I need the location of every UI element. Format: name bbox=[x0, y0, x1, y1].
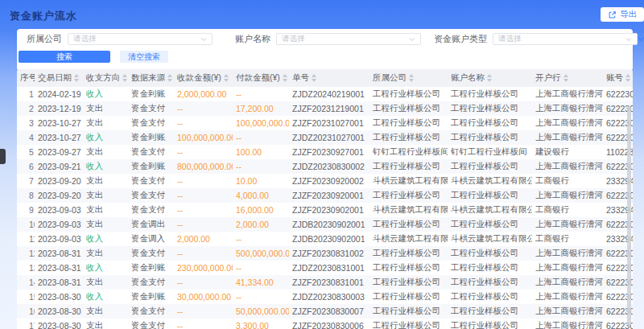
sort-icon[interactable] bbox=[564, 74, 568, 82]
cell-trade-date: 2023-09-27 bbox=[35, 145, 83, 159]
cell-doc-no: ZJDZ20230831001 bbox=[289, 261, 369, 275]
sort-icon[interactable] bbox=[625, 74, 630, 82]
sort-icon[interactable] bbox=[487, 74, 492, 82]
cell-account-name: 斗栱云建筑工程有限公司 bbox=[448, 174, 532, 188]
cell-company: 斗栱云建筑工程有限公司 bbox=[369, 232, 448, 246]
company-select[interactable]: 请选择 bbox=[68, 33, 213, 45]
cell-doc-no: ZJZF20230831002 bbox=[289, 246, 369, 261]
cell-trade-date: 2023-08-30 bbox=[35, 290, 83, 304]
col-direction[interactable]: 收支方向 bbox=[83, 69, 128, 87]
cell-trade-date: 2023-08-30 bbox=[35, 319, 83, 329]
page-title: 资金账户流水 bbox=[10, 9, 77, 23]
sort-icon[interactable] bbox=[312, 74, 316, 82]
cell-pay-amount: 10.00 bbox=[233, 174, 289, 188]
cell-trade-date: 2023-08-31 bbox=[35, 275, 83, 290]
filter-panel: 所属公司 请选择 账户名称 请选择 资金账户类型 请选择 bbox=[17, 29, 633, 71]
table-row: 92023-09-03支出资金支付--16,000.00ZJZF20230902… bbox=[17, 203, 633, 217]
cell-source: 资金到账 bbox=[128, 261, 174, 275]
sort-icon[interactable] bbox=[224, 74, 229, 82]
cell-bank: 上海工商银行漕河泾支行 bbox=[532, 217, 603, 232]
cell-account-name: 工程行业样板公司 bbox=[448, 188, 532, 203]
cell-source: 资金支付 bbox=[128, 246, 174, 261]
cell-receive-amount: -- bbox=[174, 275, 233, 290]
cell-account-name: 工程行业样板公司 bbox=[448, 101, 532, 116]
cell-trade-date: 2023-09-21 bbox=[35, 159, 83, 174]
col-source-label: 数据来源 bbox=[131, 72, 165, 82]
cell-pay-amount: 100,000,000.00 bbox=[233, 116, 289, 130]
col-pay-amount[interactable]: 付款金额(¥) bbox=[233, 69, 289, 87]
cell-account-name: 工程行业样板公司 bbox=[448, 130, 532, 145]
cell-direction: 支出 bbox=[83, 275, 128, 290]
cell-account-name: 斗栱云建筑工程有限公司 bbox=[448, 232, 532, 246]
flow-table: 序号交易日期收支方向数据来源收款金额(¥)付款金额(¥)单号所属公司账户名称开户… bbox=[17, 69, 633, 329]
left-edge-handle[interactable] bbox=[0, 149, 6, 164]
cell-trade-date: 2023-09-03 bbox=[35, 203, 83, 217]
cell-company: 工程行业样板公司 bbox=[369, 275, 448, 290]
cell-direction: 支出 bbox=[83, 304, 128, 319]
cell-doc-no: ZJDZ20240219001 bbox=[289, 87, 369, 101]
table-row: 152023-08-30收入资金到账30,000,000.00--ZJDZ202… bbox=[17, 290, 633, 304]
cell-source: 资金到账 bbox=[128, 87, 174, 101]
col-account-no[interactable]: 账号 bbox=[603, 69, 633, 87]
cell-trade-date: 2023-08-30 bbox=[35, 304, 83, 319]
cell-pay-amount: -- bbox=[233, 159, 289, 174]
cell-source: 资金调入 bbox=[128, 232, 174, 246]
cell-bank: 上海工商银行漕河泾支行 bbox=[532, 188, 603, 203]
col-receive-amount[interactable]: 收款金额(¥) bbox=[174, 69, 233, 87]
cell-index: 15 bbox=[17, 290, 35, 304]
cell-bank: 工商银行 bbox=[532, 203, 603, 217]
cell-receive-amount: -- bbox=[174, 246, 233, 261]
col-source[interactable]: 数据来源 bbox=[128, 69, 174, 87]
table-row: 112023-09-03收入资金调入2,000.00--ZJDB20230902… bbox=[17, 232, 633, 246]
cell-index: 9 bbox=[17, 203, 35, 217]
export-button[interactable]: 导出 bbox=[601, 7, 644, 22]
table-row: 12024-02-19收入资金到账2,000,000.00--ZJDZ20240… bbox=[17, 87, 633, 101]
cell-doc-no: ZJDB20230902001 bbox=[289, 232, 369, 246]
col-bank[interactable]: 开户行 bbox=[532, 69, 603, 87]
cell-index: 8 bbox=[17, 188, 35, 203]
cell-source: 资金支付 bbox=[128, 145, 174, 159]
cell-trade-date: 2023-10-27 bbox=[35, 116, 83, 130]
sort-icon[interactable] bbox=[409, 74, 414, 82]
chevron-down-icon bbox=[638, 35, 644, 43]
cell-receive-amount: -- bbox=[174, 174, 233, 188]
cell-bank: 上海工商银行漕河泾支行 bbox=[532, 130, 603, 145]
cell-pay-amount: -- bbox=[233, 130, 289, 145]
cell-direction: 支出 bbox=[83, 246, 128, 261]
cell-direction: 收入 bbox=[83, 290, 128, 304]
cell-pay-amount: 2,000.00 bbox=[233, 217, 289, 232]
col-trade-date[interactable]: 交易日期 bbox=[35, 69, 83, 87]
table-row: 62023-09-21收入资金到账800,000,000.00--ZJDZ202… bbox=[17, 159, 633, 174]
cell-direction: 收入 bbox=[83, 130, 128, 145]
cell-bank: 建设银行 bbox=[532, 145, 603, 159]
table-scrollbar[interactable] bbox=[627, 106, 631, 326]
cell-receive-amount: 2,000,000.00 bbox=[174, 87, 233, 101]
cell-pay-amount: -- bbox=[233, 87, 289, 101]
cell-bank: 上海工商银行漕河泾支行 bbox=[532, 304, 603, 319]
cell-trade-date: 2023-12-19 bbox=[35, 101, 83, 116]
sort-icon[interactable] bbox=[122, 74, 127, 82]
cell-direction: 收入 bbox=[83, 232, 128, 246]
cell-index: 16 bbox=[17, 304, 35, 319]
account-name-select[interactable]: 请选择 bbox=[276, 33, 421, 45]
cell-company: 工程行业样板公司 bbox=[369, 246, 448, 261]
account-type-select[interactable]: 请选择 bbox=[493, 33, 638, 45]
col-receive-amount-label: 收款金额(¥) bbox=[177, 72, 221, 82]
col-company[interactable]: 所属公司 bbox=[369, 69, 448, 87]
col-account-no-label: 账号 bbox=[606, 72, 623, 82]
export-icon bbox=[608, 10, 617, 19]
sort-icon[interactable] bbox=[167, 74, 172, 82]
col-doc-no[interactable]: 单号 bbox=[289, 69, 369, 87]
cell-pay-amount: 100.00 bbox=[233, 145, 289, 159]
cell-bank: 上海工商银行漕河泾支行 bbox=[532, 101, 603, 116]
cell-pay-amount: -- bbox=[233, 290, 289, 304]
clear-search-button[interactable]: 清空搜索 bbox=[120, 51, 168, 63]
col-account-name[interactable]: 账户名称 bbox=[448, 69, 532, 87]
cell-account-name: 工程行业样板公司 bbox=[448, 319, 532, 329]
sort-icon[interactable] bbox=[74, 74, 79, 82]
filter-account-name-group: 账户名称 请选择 bbox=[235, 33, 421, 45]
sort-icon[interactable] bbox=[283, 74, 287, 82]
cell-pay-amount: 4,000.00 bbox=[233, 188, 289, 203]
expand-filter-link[interactable]: 展开筛选 bbox=[638, 34, 644, 45]
search-button[interactable]: 搜索 bbox=[19, 51, 110, 63]
